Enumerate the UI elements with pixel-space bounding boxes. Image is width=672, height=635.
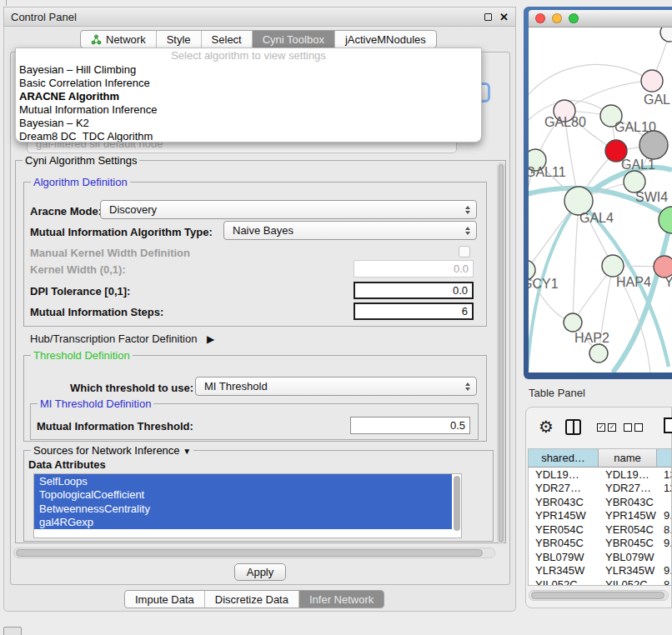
tab-style[interactable]: Style bbox=[156, 31, 201, 48]
close-icon[interactable]: ✕ bbox=[499, 12, 509, 22]
attribute-item-gal4rgexp[interactable]: gal4RGexp bbox=[34, 516, 452, 530]
table-cell[interactable]: YDL19… bbox=[529, 468, 599, 482]
columns-icon[interactable] bbox=[565, 419, 581, 435]
algorithm-option-mutual-information-inference[interactable]: Mutual Information Inference bbox=[16, 102, 481, 116]
table-body: YDL19…YDL19…13YDR27…YDR27…12YBR043CYBR04… bbox=[529, 468, 671, 586]
table-row[interactable]: YER054CYER054C8. bbox=[529, 522, 671, 537]
zoom-traffic-light[interactable] bbox=[569, 13, 579, 23]
attribute-item-topologicalcoefficient[interactable]: TopologicalCoefficient bbox=[34, 488, 452, 502]
table-cell[interactable]: YLR345W bbox=[599, 564, 657, 578]
table-cell[interactable]: 9. bbox=[657, 537, 672, 551]
group-title: Algorithm Definition bbox=[31, 176, 130, 188]
table-cell[interactable]: YIL052C bbox=[529, 578, 599, 586]
unchecked-box-icon[interactable] bbox=[624, 423, 632, 432]
table-cell[interactable]: YBR045C bbox=[599, 537, 657, 551]
table-cell[interactable]: 9. bbox=[657, 564, 672, 578]
table-cell[interactable]: YDL19… bbox=[599, 468, 657, 482]
minimize-traffic-light[interactable] bbox=[552, 13, 562, 23]
table-cell[interactable]: YPR145W bbox=[529, 509, 599, 523]
algorithm-dropdown: Select algorithm to view settings Bayesi… bbox=[15, 48, 482, 142]
table-cell[interactable]: YBR043C bbox=[599, 495, 657, 509]
table-row[interactable]: YBL079WYBL079W bbox=[529, 550, 671, 564]
table-row[interactable]: YIL052CYIL052C8. bbox=[529, 578, 671, 586]
node-hap4[interactable] bbox=[602, 255, 624, 277]
table-cell[interactable]: YBL079W bbox=[599, 550, 657, 564]
page-icon[interactable] bbox=[664, 418, 672, 433]
which-threshold-combobox[interactable]: MI Threshold bbox=[195, 377, 477, 396]
hub-definition-expander[interactable]: Hub/Transcription Factor Definition ▶ bbox=[30, 332, 214, 345]
table-cell[interactable]: YLR345W bbox=[529, 564, 599, 578]
table-row[interactable]: YPR145WYPR145W9. bbox=[529, 509, 671, 523]
tab-select[interactable]: Select bbox=[201, 31, 252, 48]
kernel-width-field[interactable]: 0.0 bbox=[354, 260, 474, 278]
tab-cyni-toolbox[interactable]: Cyni Toolbox bbox=[252, 31, 334, 48]
checked-box-icon[interactable]: ✓ bbox=[608, 423, 616, 432]
settings-hscrollbar[interactable] bbox=[13, 548, 495, 558]
table-cell[interactable]: YBR045C bbox=[529, 537, 599, 551]
table-cell[interactable]: YBL079W bbox=[529, 550, 599, 564]
tab-jactivemnodules[interactable]: jActiveMNodules bbox=[334, 31, 436, 48]
table-hscrollbar[interactable] bbox=[529, 590, 669, 601]
apply-button[interactable]: Apply bbox=[234, 563, 286, 581]
table-cell[interactable]: 12 bbox=[657, 482, 672, 496]
close-traffic-light[interactable] bbox=[535, 13, 545, 23]
table-row[interactable]: YLR345WYLR345W9. bbox=[529, 564, 671, 578]
group-title: MI Threshold Definition bbox=[38, 398, 153, 410]
table-cell[interactable] bbox=[657, 550, 672, 564]
float-window-icon[interactable] bbox=[484, 13, 492, 21]
table-cell[interactable]: YBR043C bbox=[529, 495, 599, 509]
algorithm-option-bayesian-hill-climbing[interactable]: Bayesian – Hill Climbing bbox=[16, 62, 481, 76]
node-unnamed-5[interactable] bbox=[639, 131, 668, 159]
node-unnamed-14[interactable] bbox=[589, 344, 608, 362]
table-cell[interactable]: 8. bbox=[657, 578, 672, 586]
apply-label: Apply bbox=[247, 566, 274, 578]
mi-type-combobox[interactable]: Naive Bayes bbox=[223, 221, 477, 240]
list-scrollbar-thumb[interactable] bbox=[454, 476, 460, 531]
node-gal[interactable] bbox=[641, 70, 663, 92]
sources-expander[interactable]: Sources for Network Inference ▼ bbox=[31, 444, 193, 457]
column-header-shared[interactable]: shared… bbox=[529, 449, 599, 468]
table-cell[interactable]: YDR27… bbox=[529, 482, 599, 496]
checked-box-icon[interactable]: ✓ bbox=[597, 423, 605, 432]
column-header-item[interactable] bbox=[657, 449, 672, 468]
aracne-mode-combobox[interactable]: Discovery bbox=[100, 200, 477, 219]
node-hap2[interactable] bbox=[564, 313, 582, 332]
table-cell[interactable]: YDR27… bbox=[599, 482, 657, 496]
manual-kernel-checkbox[interactable] bbox=[459, 246, 470, 258]
table-cell[interactable]: 13 bbox=[657, 468, 672, 482]
node-label-gcy1: GCY1 bbox=[529, 277, 559, 291]
node-unnamed-0[interactable] bbox=[660, 28, 672, 42]
table-row[interactable]: YDR27…YDR27…12 bbox=[529, 482, 671, 496]
table-row[interactable]: YBR043CYBR043C bbox=[529, 495, 671, 509]
algorithm-option-basic-correlation-inference[interactable]: Basic Correlation Inference bbox=[16, 76, 481, 89]
algorithm-option-aracne-algorithm[interactable]: ARACNE Algorithm bbox=[16, 89, 481, 102]
algorithm-option-dream8-dc-tdc-algorithm[interactable]: Dream8 DC_TDC Algorithm bbox=[16, 129, 481, 142]
table-cell[interactable]: YIL052C bbox=[599, 578, 657, 586]
attribute-item-selfloops[interactable]: SelfLoops bbox=[34, 474, 452, 488]
tab-infer-network[interactable]: Infer Network bbox=[298, 591, 384, 608]
table-cell[interactable]: YER054C bbox=[599, 522, 657, 537]
network-canvas[interactable]: GALGAL80GAL10GAL1GAL11SWI4GAL4GCY1HAP4YH… bbox=[529, 28, 672, 372]
table-cell[interactable]: 8. bbox=[657, 522, 672, 537]
tab-discretize-data[interactable]: Discretize Data bbox=[204, 591, 298, 608]
dpi-tolerance-field[interactable]: 0.0 bbox=[354, 282, 474, 299]
algorithm-option-bayesian-k2[interactable]: Bayesian – K2 bbox=[16, 116, 481, 129]
table-cell[interactable]: YPR145W bbox=[599, 509, 657, 523]
corner-button[interactable] bbox=[3, 627, 22, 635]
table-cell[interactable] bbox=[657, 495, 672, 509]
table-cell[interactable]: YER054C bbox=[529, 522, 599, 537]
table-row[interactable]: YDL19…YDL19…13 bbox=[529, 468, 671, 482]
column-header-name[interactable]: name bbox=[599, 449, 657, 468]
tab-network[interactable]: Network bbox=[81, 31, 156, 48]
tab-impute-data[interactable]: Impute Data bbox=[125, 591, 204, 608]
mi-steps-field[interactable]: 6 bbox=[354, 302, 474, 320]
mi-threshold-field[interactable]: 0.5 bbox=[350, 417, 470, 434]
table-row[interactable]: YBR045CYBR045C9. bbox=[529, 537, 671, 551]
settings-vscrollbar[interactable] bbox=[497, 162, 505, 544]
gear-icon[interactable]: ⚙ bbox=[539, 418, 554, 435]
tab-label: Impute Data bbox=[135, 593, 194, 606]
table-cell[interactable]: 9. bbox=[657, 509, 672, 523]
unchecked-box-icon[interactable] bbox=[634, 423, 643, 432]
table-panel-title: Table Panel bbox=[529, 387, 585, 399]
attribute-item-betweennesscentrality[interactable]: BetweennessCentrality bbox=[34, 502, 452, 516]
